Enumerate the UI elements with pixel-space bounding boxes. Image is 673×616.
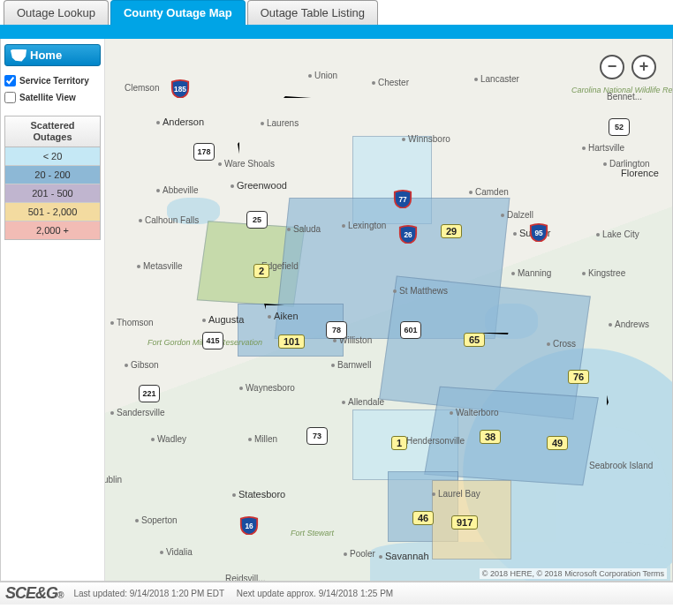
legend-row: 20 - 200 bbox=[5, 166, 100, 184]
city-label: ublin bbox=[105, 475, 122, 485]
tab-active-bar bbox=[0, 25, 673, 39]
city-label: Reidsvill... bbox=[225, 574, 266, 581]
legend-row: < 20 bbox=[5, 147, 100, 166]
brand-logo: SCE&G® bbox=[5, 584, 63, 602]
legend-row: 2,000 + bbox=[5, 222, 100, 239]
interstate-shield: 95 bbox=[529, 222, 548, 242]
city-label: Anderson bbox=[156, 116, 204, 127]
tab-outage-table-listing[interactable]: Outage Table Listing bbox=[247, 0, 378, 25]
us-route-shield: 178 bbox=[193, 143, 215, 161]
city-label: Andrews bbox=[609, 319, 649, 329]
city-label: Union bbox=[308, 71, 337, 80]
home-button[interactable]: Home bbox=[4, 44, 101, 66]
city-label: Lancaster bbox=[474, 74, 519, 84]
special-area-label: Fort Gordon Military Reservation bbox=[147, 339, 209, 347]
city-label: Metasville bbox=[137, 261, 182, 271]
outage-count-badge[interactable]: 38 bbox=[480, 430, 501, 444]
footer-status: Last updated: 9/14/2018 1:20 PM EDT Next… bbox=[63, 589, 668, 598]
city-label: Clemson bbox=[125, 83, 159, 93]
city-label: Sandersville bbox=[110, 408, 164, 417]
city-label: Thomson bbox=[110, 318, 154, 327]
state-icon bbox=[11, 49, 26, 62]
home-label: Home bbox=[30, 49, 62, 62]
interstate-shield: 26 bbox=[398, 224, 418, 244]
us-route-shield: 221 bbox=[139, 385, 160, 402]
tab-county-outage-map[interactable]: County Outage Map bbox=[110, 0, 246, 25]
city-label: Seabrook Island bbox=[589, 461, 653, 470]
outage-count-badge[interactable]: 76 bbox=[568, 370, 589, 384]
city-label: Soperton bbox=[135, 515, 178, 525]
interstate-shield: 16 bbox=[239, 515, 259, 535]
svg-text:95: 95 bbox=[534, 229, 543, 237]
service-territory-label: Service Territory bbox=[19, 76, 89, 86]
us-route-shield: 73 bbox=[306, 427, 328, 445]
city-label: Chester bbox=[372, 78, 409, 87]
satellite-view-checkbox[interactable] bbox=[4, 92, 16, 103]
app-root: Outage Lookup County Outage Map Outage T… bbox=[0, 0, 673, 605]
outage-count-badge[interactable]: 917 bbox=[451, 515, 478, 530]
city-label: Florence bbox=[621, 168, 659, 178]
us-route-shield: 25 bbox=[246, 211, 268, 229]
sidebar: Home Service Territory Satellite View Sc… bbox=[1, 39, 105, 581]
city-label: Vidalia bbox=[160, 547, 193, 557]
outage-count-badge[interactable]: 46 bbox=[412, 511, 434, 525]
city-label: Statesboro bbox=[232, 489, 285, 500]
legend-row: 201 - 500 bbox=[5, 184, 100, 203]
city-label: Darlington bbox=[603, 159, 650, 169]
legend-title: Scattered Outages bbox=[5, 116, 100, 147]
content-area: Home Service Territory Satellite View Sc… bbox=[0, 39, 673, 582]
service-territory-toggle[interactable]: Service Territory bbox=[4, 75, 101, 86]
svg-text:185: 185 bbox=[174, 86, 186, 94]
outage-count-badge[interactable]: 29 bbox=[441, 224, 462, 238]
svg-text:26: 26 bbox=[404, 231, 412, 239]
footer: SCE&G® Last updated: 9/14/2018 1:20 PM E… bbox=[0, 582, 673, 605]
zoom-controls: − + bbox=[600, 55, 656, 79]
us-route-shield: 415 bbox=[202, 332, 223, 349]
svg-text:16: 16 bbox=[245, 522, 253, 530]
interstate-shield: 77 bbox=[393, 189, 412, 208]
us-route-shield: 601 bbox=[400, 321, 421, 339]
city-label: Kingstree bbox=[582, 268, 625, 278]
svg-text:77: 77 bbox=[398, 196, 407, 204]
footer-left: SCE&G® bbox=[5, 584, 63, 603]
last-updated-text: Last updated: 9/14/2018 1:20 PM EDT bbox=[73, 589, 224, 598]
map-attribution[interactable]: © 2018 HERE, © 2018 Microsoft Corporatio… bbox=[480, 568, 667, 579]
outage-count-badge[interactable]: 101 bbox=[278, 334, 305, 349]
special-area-label: Carolina National Wildlife Ref. bbox=[571, 86, 633, 94]
us-route-shield: 52 bbox=[609, 118, 630, 136]
city-label: Wadley bbox=[151, 434, 186, 444]
zoom-in-button[interactable]: + bbox=[631, 55, 656, 79]
legend: Scattered Outages < 2020 - 200201 - 5005… bbox=[4, 116, 101, 240]
legend-row: 501 - 2,000 bbox=[5, 203, 100, 222]
outage-count-badge[interactable]: 1 bbox=[391, 436, 407, 450]
us-route-shield: 78 bbox=[326, 321, 347, 339]
service-territory-checkbox[interactable] bbox=[4, 75, 16, 86]
map[interactable]: ClemsonUnionChesterLancasterFlorenceBenn… bbox=[105, 39, 672, 581]
special-area-label: Fort Stewart bbox=[291, 530, 352, 537]
city-label: Abbeville bbox=[156, 185, 199, 195]
outage-count-badge[interactable]: 49 bbox=[547, 436, 568, 450]
satellite-view-toggle[interactable]: Satellite View bbox=[4, 92, 101, 103]
city-label: Lake City bbox=[596, 229, 639, 239]
interstate-shield: 185 bbox=[170, 79, 190, 98]
city-label: Millen bbox=[248, 434, 277, 444]
tab-strip: Outage Lookup County Outage Map Outage T… bbox=[0, 0, 673, 25]
city-label: Calhoun Falls bbox=[139, 215, 199, 225]
satellite-view-label: Satellite View bbox=[19, 93, 76, 102]
city-label: Gibson bbox=[125, 360, 159, 370]
tab-outage-lookup[interactable]: Outage Lookup bbox=[4, 0, 109, 25]
zoom-out-button[interactable]: − bbox=[600, 55, 624, 79]
city-label: Waynesboro bbox=[239, 383, 295, 393]
outage-count-badge[interactable]: 2 bbox=[253, 264, 269, 278]
next-update-text: Next update approx. 9/14/2018 1:25 PM bbox=[237, 589, 393, 598]
city-label: Hartsville bbox=[582, 143, 624, 153]
city-label: Augusta bbox=[202, 314, 244, 325]
outage-count-badge[interactable]: 65 bbox=[464, 333, 485, 347]
